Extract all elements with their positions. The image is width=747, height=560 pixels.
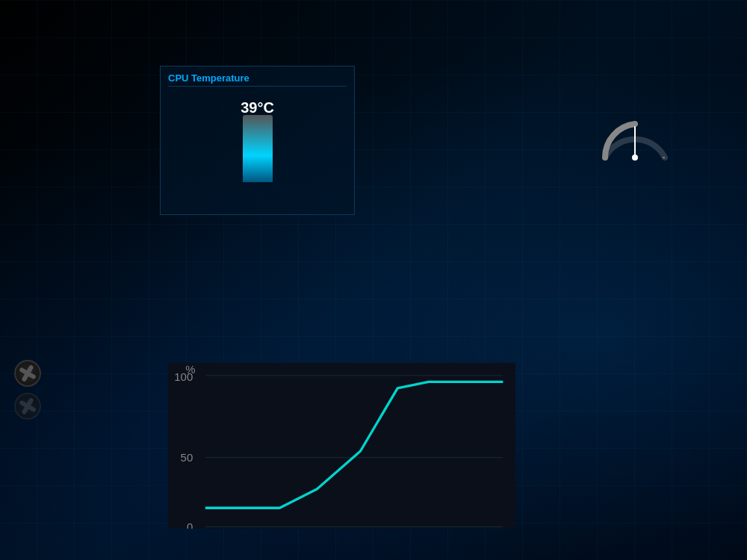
cpu-temp-title: CPU Temperature xyxy=(168,72,347,87)
svg-text:°C: °C xyxy=(484,526,497,529)
gauge-svg-wrap[interactable] xyxy=(598,116,672,169)
fan-graph-area: 100 50 0 % 0 30 70 100 °C xyxy=(168,363,515,529)
main-container: /ASUS UEFI BIOS Utility – EZ Mode 05/17/… xyxy=(0,0,747,560)
temp-bar xyxy=(243,115,273,182)
svg-point-14 xyxy=(632,155,638,161)
cpu-fan-spinner xyxy=(14,360,41,387)
svg-text:50: 50 xyxy=(181,451,193,464)
fan-chart-svg: 100 50 0 % 0 30 70 100 °C xyxy=(168,363,515,529)
cha-fan-spinner xyxy=(14,393,41,420)
cpu-temp-box: CPU Temperature 39°C xyxy=(160,66,355,215)
cpu-temp-value: 39°C xyxy=(241,99,274,116)
gauge-svg xyxy=(598,116,672,161)
temp-bar-container: 39°C xyxy=(168,93,347,182)
svg-rect-0 xyxy=(168,363,515,529)
svg-text:0: 0 xyxy=(187,520,193,529)
svg-text:%: % xyxy=(185,363,195,376)
